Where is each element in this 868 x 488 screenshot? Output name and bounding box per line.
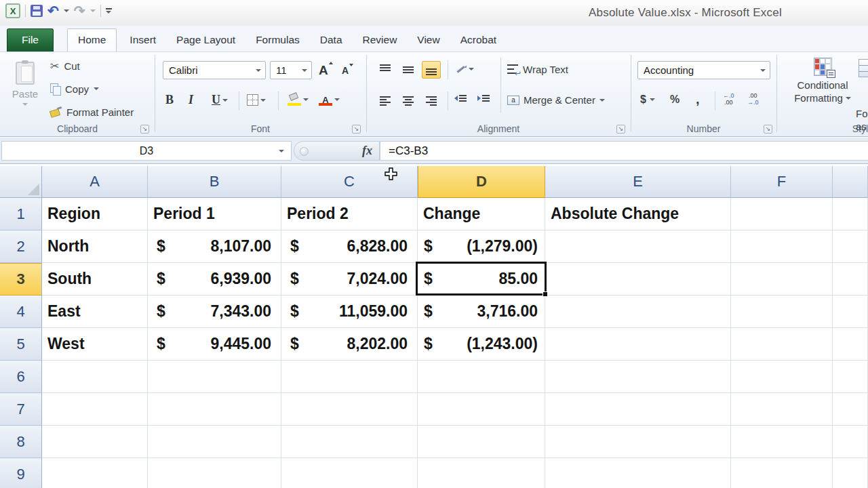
cell-A4[interactable]: East xyxy=(42,296,148,328)
cell-E2[interactable] xyxy=(545,230,731,263)
cell-G9[interactable] xyxy=(833,458,868,488)
cell-B9[interactable] xyxy=(148,458,281,488)
fill-color-dropdown-caret[interactable] xyxy=(303,98,309,101)
column-header-partial[interactable] xyxy=(833,166,868,198)
cell-E1[interactable]: Absolute Change xyxy=(545,198,731,230)
accounting-format-button[interactable]: $ xyxy=(640,94,655,106)
cell-C2[interactable]: $6,828.00 xyxy=(281,230,418,263)
formula-input[interactable]: =C3-B3 xyxy=(380,141,868,161)
cell-D8[interactable] xyxy=(418,426,545,458)
name-box-caret[interactable] xyxy=(279,150,284,152)
shrink-font-button[interactable]: A xyxy=(342,65,349,76)
cell-D2[interactable]: $(1,279.00) xyxy=(418,230,545,263)
cell-A9[interactable] xyxy=(42,458,148,488)
column-header-d[interactable]: D xyxy=(418,166,545,198)
borders-dropdown-caret[interactable] xyxy=(260,99,266,102)
format-as-table-icon-partial[interactable] xyxy=(859,59,868,77)
orientation-button[interactable] xyxy=(456,64,474,75)
accounting-dropdown-caret[interactable] xyxy=(650,98,655,101)
align-center-button[interactable] xyxy=(399,92,418,110)
underline-button[interactable]: U xyxy=(212,93,228,107)
tab-home[interactable]: Home xyxy=(67,28,117,52)
borders-button[interactable] xyxy=(247,94,266,106)
cell-E3[interactable] xyxy=(545,263,731,296)
cell-F1[interactable] xyxy=(731,198,833,230)
row-header-7[interactable]: 7 xyxy=(0,393,42,426)
format-painter-button[interactable]: Format Painter xyxy=(50,104,134,120)
row-header-6[interactable]: 6 xyxy=(0,361,42,393)
merge-center-dropdown-caret[interactable] xyxy=(599,99,605,102)
row-header-9[interactable]: 9 xyxy=(0,458,42,488)
cell-G3[interactable] xyxy=(833,263,868,296)
number-format-combo[interactable]: Accounting xyxy=(637,61,770,79)
cell-D5[interactable]: $(1,243.00) xyxy=(418,328,545,361)
tab-acrobat[interactable]: Acrobat xyxy=(450,29,507,52)
cell-A8[interactable] xyxy=(42,426,148,458)
cell-C9[interactable] xyxy=(281,458,418,488)
undo-icon[interactable]: ↶ xyxy=(47,5,59,17)
cell-F2[interactable] xyxy=(731,230,833,263)
cell-B5[interactable]: $9,445.00 xyxy=(148,328,281,361)
alignment-dialog-launcher[interactable]: ↘ xyxy=(616,125,625,134)
decrease-indent-button[interactable] xyxy=(454,95,467,102)
top-align-button[interactable] xyxy=(376,61,395,79)
cell-F6[interactable] xyxy=(731,361,833,393)
cell-E6[interactable] xyxy=(545,361,731,393)
row-header-5[interactable]: 5 xyxy=(0,328,42,361)
cell-A6[interactable] xyxy=(42,361,148,393)
number-dialog-launcher[interactable]: ↘ xyxy=(764,125,772,134)
cell-C3[interactable]: $7,024.00 xyxy=(281,263,418,296)
bottom-align-button[interactable] xyxy=(422,61,441,79)
row-header-3[interactable]: 3 xyxy=(0,263,42,296)
paste-button[interactable]: Paste xyxy=(5,56,45,132)
cell-D4[interactable]: $3,716.00 xyxy=(418,296,545,328)
column-header-f[interactable]: F xyxy=(731,166,833,198)
font-family-combo[interactable]: Calibri xyxy=(163,61,266,79)
cell-D9[interactable] xyxy=(418,458,545,488)
cell-A7[interactable] xyxy=(42,393,148,426)
tab-formulas[interactable]: Formulas xyxy=(245,29,310,52)
cell-F8[interactable] xyxy=(731,426,833,458)
tab-view[interactable]: View xyxy=(407,29,450,52)
cell-F9[interactable] xyxy=(731,458,833,488)
cell-C1[interactable]: Period 2 xyxy=(281,198,418,230)
cell-C8[interactable] xyxy=(281,426,418,458)
tab-file[interactable]: File xyxy=(7,28,54,52)
decrease-decimal-button[interactable]: .00→.0 xyxy=(747,92,759,106)
cell-E8[interactable] xyxy=(545,426,731,458)
cell-B4[interactable]: $7,343.00 xyxy=(148,296,281,328)
cell-B1[interactable]: Period 1 xyxy=(148,198,281,230)
row-header-4[interactable]: 4 xyxy=(0,296,42,328)
cell-B7[interactable] xyxy=(148,393,281,426)
cell-B6[interactable] xyxy=(148,361,281,393)
cell-A1[interactable]: Region xyxy=(42,198,148,230)
tab-data[interactable]: Data xyxy=(310,29,353,52)
wrap-text-button[interactable]: ↩ Wrap Text xyxy=(507,64,568,75)
tab-insert[interactable]: Insert xyxy=(119,29,166,52)
cell-G1[interactable] xyxy=(833,198,868,230)
increase-indent-button[interactable] xyxy=(477,95,490,102)
clipboard-dialog-launcher[interactable]: ↘ xyxy=(140,125,149,134)
cell-A3[interactable]: South xyxy=(42,263,148,296)
font-color-dropdown-caret[interactable] xyxy=(334,98,340,101)
column-header-c[interactable]: C xyxy=(281,166,418,198)
cell-F3[interactable] xyxy=(731,263,833,296)
cut-button[interactable]: ✂ Cut xyxy=(50,58,80,74)
cell-B2[interactable]: $8,107.00 xyxy=(148,230,281,263)
font-size-combo[interactable]: 11 xyxy=(270,61,312,79)
column-header-a[interactable]: A xyxy=(42,166,148,198)
undo-dropdown-caret[interactable] xyxy=(64,9,69,12)
column-header-e[interactable]: E xyxy=(545,166,731,198)
fx-icon[interactable]: fx xyxy=(362,144,372,158)
cell-G4[interactable] xyxy=(833,296,868,328)
grow-font-button[interactable]: A xyxy=(319,63,328,78)
cell-E7[interactable] xyxy=(545,393,731,426)
cell-C6[interactable] xyxy=(281,361,418,393)
customize-toolbar-icon[interactable] xyxy=(106,8,112,14)
cell-D7[interactable] xyxy=(418,393,545,426)
cell-C5[interactable]: $8,202.00 xyxy=(281,328,418,361)
cell-E5[interactable] xyxy=(545,328,731,361)
conditional-formatting-button[interactable]: Conditional Formatting xyxy=(785,55,861,134)
fill-color-button[interactable] xyxy=(288,94,309,106)
tab-review[interactable]: Review xyxy=(353,29,408,52)
